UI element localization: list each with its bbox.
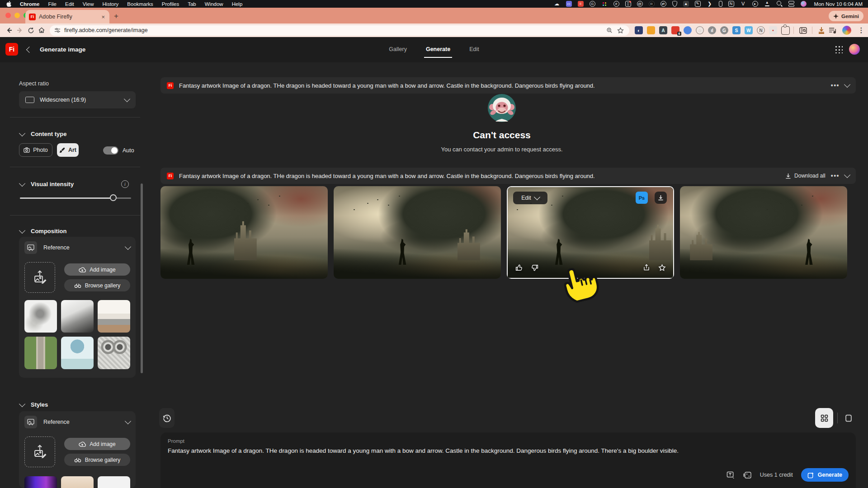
prompt-row-1[interactable]: Fi Fantasy artwork Image of a dragon. TH…	[160, 77, 856, 94]
purple-gradient-style-thumbnail[interactable]	[24, 476, 57, 488]
prompt-input[interactable]: Fantasy artwork Image of a dragon. THe d…	[168, 447, 847, 454]
url-text[interactable]: firefly.adobe.com/generate/image	[64, 27, 604, 33]
composition-upload-dropzone[interactable]	[24, 262, 55, 293]
audio-wave-icon[interactable]: |||	[649, 1, 655, 7]
new-tab-button[interactable]: +	[114, 12, 118, 21]
field-road-thumbnail[interactable]	[24, 337, 57, 369]
history-button[interactable]	[159, 408, 175, 428]
generated-image-4[interactable]	[680, 186, 847, 279]
creative-cloud-icon[interactable]	[601, 1, 608, 7]
extension-dark-a-icon[interactable]: A	[659, 26, 667, 34]
chevron-down-icon[interactable]	[844, 172, 850, 178]
menubar-item-profiles[interactable]: Profiles	[162, 1, 179, 7]
share-icon[interactable]	[641, 262, 652, 273]
gemini-button[interactable]: Gemini	[829, 11, 863, 21]
notion-icon[interactable]: N	[728, 1, 734, 7]
site-settings-icon[interactable]	[54, 27, 61, 33]
shield-icon[interactable]	[672, 1, 677, 7]
extension-s-blue-icon[interactable]: S	[732, 26, 741, 34]
minimize-window-button[interactable]	[14, 13, 20, 18]
chevron-expand-icon[interactable]: ❯	[707, 1, 713, 7]
phone-notification-icon[interactable]: ▯	[625, 1, 631, 7]
bird-sketch-thumbnail[interactable]	[24, 300, 57, 333]
auto-toggle[interactable]	[103, 146, 118, 155]
prompt-row-2[interactable]: Fi Fantasy artwork Image of a dragon. TH…	[160, 168, 856, 184]
g-app-icon[interactable]: G	[590, 1, 595, 7]
grid-app-icon[interactable]: #	[613, 1, 619, 7]
open-in-photoshop-button[interactable]: Ps	[636, 192, 648, 204]
extension-navy-icon[interactable]: ◐	[635, 26, 643, 34]
beige-style-thumbnail[interactable]	[61, 476, 94, 488]
extension-n-circle-icon[interactable]: N	[757, 26, 765, 34]
menubar-item-window[interactable]: Window	[205, 1, 223, 7]
visual-intensity-slider-handle[interactable]	[110, 194, 117, 201]
image-download-button[interactable]	[655, 192, 667, 204]
spotlight-icon[interactable]	[776, 1, 783, 7]
close-window-button[interactable]	[5, 13, 11, 18]
sidebar-scrollbar[interactable]	[141, 183, 143, 373]
extension-adobe-red-icon[interactable]: 6	[671, 26, 679, 34]
content-type-header[interactable]: Content type	[20, 131, 66, 137]
menubar-item-bookmarks[interactable]: Bookmarks	[127, 1, 153, 7]
single-view-button[interactable]	[842, 408, 855, 428]
styles-browse-gallery-button[interactable]: Browse gallery	[64, 454, 130, 466]
downloads-icon[interactable]	[816, 25, 827, 36]
reload-button[interactable]	[25, 25, 36, 36]
home-button[interactable]	[36, 25, 47, 36]
browser-profile-avatar[interactable]	[842, 26, 851, 35]
browser-menu-icon[interactable]: ⋮	[856, 25, 867, 36]
chevron-down-icon[interactable]	[844, 81, 850, 88]
favorite-star-icon[interactable]	[656, 262, 668, 273]
tab-close-icon[interactable]: ×	[100, 14, 106, 20]
generate-button[interactable]: Generate	[801, 468, 849, 482]
network-sync-icon[interactable]: ⇄	[660, 1, 666, 7]
art-button[interactable]: Art	[57, 143, 79, 157]
siri-icon[interactable]	[801, 1, 807, 7]
download-all-button[interactable]: Download all	[785, 173, 826, 179]
sidebar-search-icon[interactable]	[797, 25, 808, 36]
red-app-icon[interactable]: ≡	[578, 1, 584, 7]
aspect-ratio-dropdown[interactable]: Widescreen (16:9)	[19, 91, 136, 108]
styles-reference-row[interactable]: Reference	[24, 416, 130, 428]
bookmark-star-icon[interactable]	[615, 25, 626, 36]
white-style-thumbnail[interactable]	[98, 476, 130, 488]
extension-w-blue-icon[interactable]: W	[745, 26, 753, 34]
battery-icon[interactable]	[719, 1, 722, 7]
back-button[interactable]	[4, 25, 14, 36]
menubar-item-history[interactable]: History	[103, 1, 119, 7]
photo-button[interactable]: Photo	[19, 143, 52, 157]
owl-drawing-thumbnail[interactable]	[98, 337, 130, 369]
extension-gray-wave-icon[interactable]: ıl	[708, 26, 716, 34]
thumbs-down-icon[interactable]	[528, 262, 540, 273]
apps-grid-icon[interactable]	[835, 45, 843, 53]
forward-button[interactable]	[14, 25, 25, 36]
control-center-icon[interactable]	[788, 1, 795, 7]
media-queue-icon[interactable]	[827, 25, 838, 36]
nav-tab-gallery[interactable]: Gallery	[389, 46, 407, 58]
info-icon[interactable]: i	[121, 180, 129, 188]
composition-header[interactable]: Composition	[20, 228, 66, 235]
play-circle-icon[interactable]: ▸	[752, 1, 758, 7]
living-room-thumbnail[interactable]	[98, 300, 130, 333]
more-options-icon[interactable]: •••	[831, 82, 840, 89]
nav-tab-generate[interactable]: Generate	[426, 46, 450, 58]
river-landscape-thumbnail[interactable]	[61, 300, 94, 333]
grid-view-button[interactable]	[815, 408, 833, 428]
v-shield-icon[interactable]: V	[740, 1, 746, 7]
visual-intensity-header[interactable]: Visual intensity	[20, 181, 74, 188]
extension-yellow-icon[interactable]	[647, 26, 655, 34]
menubar-item-edit[interactable]: Edit	[65, 1, 74, 7]
eject-icon[interactable]	[764, 1, 770, 7]
cloud-sync-icon[interactable]: ☁	[554, 1, 560, 7]
composition-add-image-button[interactable]: Add image	[64, 263, 130, 276]
firefly-profile-avatar[interactable]	[849, 44, 860, 55]
nav-tab-edit[interactable]: Edit	[469, 46, 479, 58]
extension-red-dot-icon[interactable]: •	[769, 26, 777, 34]
image-edit-button[interactable]: Edit	[513, 192, 547, 204]
composition-reference-row[interactable]: Reference	[24, 241, 130, 254]
menubar-item-view[interactable]: View	[83, 1, 94, 7]
menubar-app-name[interactable]: Chrome	[20, 1, 39, 7]
extension-g-circle-icon[interactable]: G	[720, 26, 728, 34]
styles-header[interactable]: Styles	[20, 401, 48, 408]
menubar-item-tab[interactable]: Tab	[188, 1, 196, 7]
